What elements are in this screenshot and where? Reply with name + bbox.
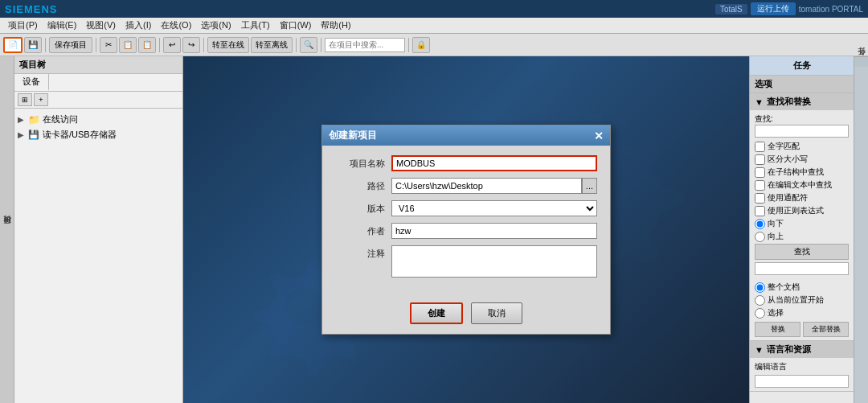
chk-case: 区分大小写 (755, 154, 849, 165)
new-project-btn[interactable]: 📄 (3, 37, 23, 53)
tree-tabs: 设备 (14, 74, 182, 92)
wildcards-label: 使用通配符 (768, 192, 808, 204)
tree-item-online[interactable]: ▶ 📁 在线访问 (18, 112, 179, 127)
tree-view-btn[interactable]: ⊞ (18, 93, 32, 106)
lock-btn[interactable]: 🔒 (412, 37, 430, 53)
dialog-overlay: 创建新项目 ✕ 项目名称 路径 (183, 56, 749, 403)
scope-wholedoc-radio[interactable] (755, 282, 765, 293)
replace-all-btn[interactable]: 全部替换 (803, 322, 849, 337)
toolbar: 📄 💾 保存项目 ✂ 📋 📋 ↩ ↪ 转至在线 转至离线 🔍 🔒 (0, 34, 868, 56)
folder-icon-online: 📁 (27, 114, 40, 125)
form-row-comment: 注释 (335, 245, 597, 280)
direction-up-radio[interactable] (755, 232, 765, 242)
save-project-btn[interactable]: 保存项目 (49, 37, 92, 53)
form-row-author: 作者 (335, 223, 597, 239)
name-input-wrapper (391, 155, 597, 171)
dialog-footer: 创建 取消 (322, 296, 610, 334)
menu-online[interactable]: 在线(O) (156, 19, 196, 32)
workspace: 创建新项目 ✕ 项目名称 路径 (183, 56, 749, 403)
tree-label-online: 在线访问 (43, 113, 78, 125)
replace-btns: 替换 全部替换 (755, 322, 849, 337)
regex-checkbox[interactable] (755, 206, 765, 216)
upload-btn[interactable]: 运行上传 (751, 2, 796, 15)
chevron-find-icon: ▼ (755, 97, 764, 107)
path-input[interactable] (391, 178, 582, 194)
toolbar-sep-1 (45, 38, 46, 52)
search-btn[interactable]: 🔍 (300, 37, 317, 53)
tree-item-cardreader[interactable]: ▶ 💾 读卡器/USB存储器 (18, 127, 179, 142)
project-name-input[interactable] (391, 155, 597, 171)
tree-label-cardreader: 读卡器/USB存储器 (43, 129, 117, 141)
project-tree-header: 项目树 (14, 56, 182, 74)
device-icon-cardreader: 💾 (27, 130, 40, 141)
find-input[interactable] (755, 125, 849, 138)
radio-up: 向上 (755, 231, 849, 242)
menu-edit[interactable]: 编辑(E) (43, 19, 82, 32)
case-label: 区分大小写 (768, 154, 808, 165)
left-tab-strip: 项目树 (0, 56, 14, 403)
undo-btn[interactable]: ↩ (163, 37, 181, 53)
edit-lang-label: 编辑语言 (755, 362, 787, 371)
radio-selection: 选择 (755, 307, 849, 319)
form-row-version: 版本 V16 (335, 200, 597, 216)
topbar-right: TotalS 运行上传 tomation PORTAL (715, 2, 863, 15)
scope-wholedoc-label: 整个文档 (768, 282, 800, 293)
options-section-header[interactable]: 选项 (750, 76, 854, 93)
dialog-close-btn[interactable]: ✕ (594, 130, 604, 142)
paste-btn[interactable]: 📋 (138, 37, 156, 53)
replace-input[interactable] (755, 262, 849, 275)
menu-options[interactable]: 选项(N) (196, 19, 235, 32)
expand-icon-cardreader: ▶ (18, 130, 27, 139)
left-vtab-project[interactable]: 项目树 (0, 227, 14, 233)
language-section-header[interactable]: ▼ 语言和资源 (750, 341, 854, 358)
find-btn[interactable]: 查找 (755, 244, 849, 260)
radio-whole-doc: 整个文档 (755, 282, 849, 293)
fullmatch-checkbox[interactable] (755, 142, 765, 152)
save-btn[interactable]: 💾 (24, 37, 42, 53)
redo-btn[interactable]: ↪ (182, 37, 200, 53)
toolbar-sep-3 (159, 38, 160, 52)
copy-btn[interactable]: 📋 (119, 37, 137, 53)
create-btn[interactable]: 创建 (410, 302, 463, 324)
menu-window[interactable]: 窗口(W) (275, 19, 317, 32)
menu-view[interactable]: 视图(V) (81, 19, 121, 32)
options-label: 选项 (755, 78, 772, 90)
direction-down-radio[interactable] (755, 219, 765, 229)
edit-lang-input[interactable] (755, 375, 849, 388)
right-panel: 任务 选项 ▼ 查找和替换 查找: 全字匹配 (749, 56, 854, 403)
menu-insert[interactable]: 插入(I) (121, 19, 156, 32)
cut-btn[interactable]: ✂ (100, 37, 117, 53)
author-input[interactable] (391, 223, 597, 239)
version-label: 版本 (335, 200, 391, 215)
main-area: 项目树 项目树 设备 ⊞ + ▶ 📁 在线访问 ▶ 💾 读卡器/USB存储器 (0, 56, 868, 403)
tree-add-btn[interactable]: + (34, 93, 48, 106)
scope-selection-radio[interactable] (755, 308, 765, 319)
search-input[interactable] (325, 38, 405, 52)
tree-tab-devices[interactable]: 设备 (14, 74, 49, 91)
scope-fromhere-radio[interactable] (755, 295, 765, 306)
subtree-checkbox[interactable] (755, 167, 765, 178)
far-vtab-tasks[interactable]: 任务 (854, 56, 868, 67)
go-offline-btn[interactable]: 转至离线 (251, 37, 293, 53)
browse-btn[interactable]: ... (582, 178, 597, 194)
far-right-tabs: 任务 (854, 56, 868, 403)
case-checkbox[interactable] (755, 154, 765, 165)
menu-tools[interactable]: 工具(T) (236, 19, 275, 32)
comments-checkbox[interactable] (755, 180, 765, 191)
go-online-btn[interactable]: 转至在线 (207, 37, 249, 53)
toolbar-sep-5 (296, 38, 297, 52)
menu-help[interactable]: 帮助(H) (316, 19, 355, 32)
dialog-titlebar: 创建新项目 ✕ (322, 125, 610, 146)
replace-btn[interactable]: 替换 (755, 322, 800, 337)
cancel-btn[interactable]: 取消 (471, 302, 522, 324)
menu-project[interactable]: 项目(P) (3, 19, 43, 32)
language-label: 语言和资源 (767, 343, 811, 356)
version-select[interactable]: V16 (391, 200, 597, 216)
wildcards-checkbox[interactable] (755, 193, 765, 204)
comment-textarea[interactable] (391, 245, 597, 278)
options-section: 选项 (750, 76, 854, 93)
comments-label: 在编辑文本中查找 (768, 179, 832, 191)
chk-full-match: 全字匹配 (755, 141, 849, 152)
find-replace-header[interactable]: ▼ 查找和替换 (750, 93, 854, 110)
comment-label: 注释 (335, 245, 391, 260)
